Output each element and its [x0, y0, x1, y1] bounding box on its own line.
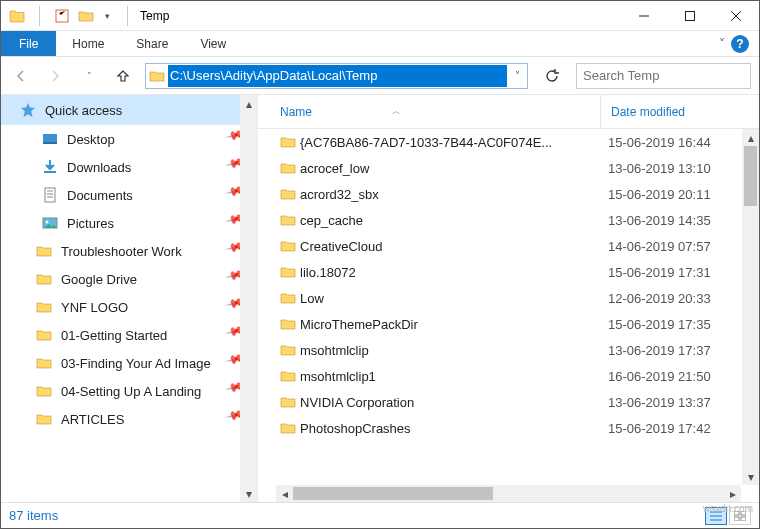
new-folder-icon[interactable] [78, 8, 94, 24]
sidebar-item-label: Troubleshooter Work [61, 244, 218, 259]
search-input[interactable] [577, 68, 757, 83]
sidebar-item[interactable]: Troubleshooter Work📌 [1, 237, 257, 265]
sidebar-item[interactable]: Google Drive📌 [1, 265, 257, 293]
column-headers: Name ︿ Date modified [258, 95, 759, 129]
folder-icon [280, 368, 300, 384]
file-name: CreativeCloud [300, 239, 600, 254]
download-icon [41, 158, 59, 176]
sidebar-item-label: ARTICLES [61, 412, 218, 427]
scroll-left-icon[interactable]: ◂ [276, 485, 293, 502]
ribbon-expand-icon[interactable]: ˅ [719, 37, 725, 51]
column-date[interactable]: Date modified [600, 95, 685, 128]
file-row[interactable]: lilo.1807215-06-2019 17:31 [258, 259, 759, 285]
file-row[interactable]: {AC76BA86-7AD7-1033-7B44-AC0F074E...15-0… [258, 129, 759, 155]
sidebar-item-label: Documents [67, 188, 218, 203]
tab-share[interactable]: Share [120, 31, 184, 56]
maximize-button[interactable] [667, 1, 713, 31]
address-bar[interactable]: ˅ [145, 63, 528, 89]
folder-icon [280, 212, 300, 228]
sidebar-item-label: Desktop [67, 132, 218, 147]
pictures-icon [41, 214, 59, 232]
address-input[interactable] [168, 65, 507, 87]
folder-icon [9, 8, 25, 24]
file-name: NVIDIA Corporation [300, 395, 600, 410]
sidebar-item-label: Google Drive [61, 272, 218, 287]
file-name: msohtmlclip1 [300, 369, 600, 384]
folder-icon [35, 326, 53, 344]
folder-icon [280, 160, 300, 176]
file-row[interactable]: PhotoshopCrashes15-06-2019 17:42 [258, 415, 759, 441]
horizontal-scrollbar[interactable]: ◂ ▸ [276, 485, 741, 502]
file-date: 13-06-2019 17:37 [600, 343, 711, 358]
scrollbar-thumb[interactable] [293, 487, 493, 500]
file-name: cep_cache [300, 213, 600, 228]
svg-point-13 [46, 221, 49, 224]
search-box[interactable] [576, 63, 751, 89]
file-row[interactable]: msohtmlclip116-06-2019 21:50 [258, 363, 759, 389]
scroll-down-icon[interactable]: ▾ [742, 468, 759, 485]
file-date: 13-06-2019 14:35 [600, 213, 711, 228]
sidebar-item[interactable]: 03-Finding Your Ad Image📌 [1, 349, 257, 377]
up-button[interactable] [111, 64, 135, 88]
file-row[interactable]: CreativeCloud14-06-2019 07:57 [258, 233, 759, 259]
folder-icon [280, 420, 300, 436]
file-date: 15-06-2019 17:31 [600, 265, 711, 280]
desktop-icon [41, 130, 59, 148]
file-date: 13-06-2019 13:10 [600, 161, 711, 176]
file-row[interactable]: Low12-06-2019 20:33 [258, 285, 759, 311]
file-row[interactable]: acrord32_sbx15-06-2019 20:11 [258, 181, 759, 207]
tab-view[interactable]: View [184, 31, 242, 56]
help-icon[interactable]: ? [731, 35, 749, 53]
sidebar-item-label: Pictures [67, 216, 218, 231]
window-title: Temp [134, 9, 169, 23]
sidebar-item[interactable]: Desktop📌 [1, 125, 257, 153]
address-dropdown-icon[interactable]: ˅ [507, 70, 527, 81]
sidebar-quick-access[interactable]: Quick access [1, 95, 257, 125]
folder-icon [35, 410, 53, 428]
sidebar-item[interactable]: 04-Setting Up A Landing📌 [1, 377, 257, 405]
file-name: acrocef_low [300, 161, 600, 176]
close-button[interactable] [713, 1, 759, 31]
refresh-button[interactable] [538, 63, 566, 89]
sidebar-item[interactable]: Documents📌 [1, 181, 257, 209]
titlebar: ▾ Temp [1, 1, 759, 31]
file-date: 14-06-2019 07:57 [600, 239, 711, 254]
file-date: 13-06-2019 13:37 [600, 395, 711, 410]
file-row[interactable]: acrocef_low13-06-2019 13:10 [258, 155, 759, 181]
sidebar-item[interactable]: ARTICLES📌 [1, 405, 257, 433]
column-name[interactable]: Name ︿ [280, 105, 600, 119]
scrollbar-thumb[interactable] [744, 146, 757, 206]
column-name-label: Name [280, 105, 312, 119]
file-row[interactable]: msohtmlclip13-06-2019 17:37 [258, 337, 759, 363]
scroll-down-icon[interactable]: ▾ [240, 485, 257, 502]
minimize-button[interactable] [621, 1, 667, 31]
scroll-up-icon[interactable]: ▴ [240, 95, 257, 112]
vertical-scrollbar[interactable]: ▴ ▾ [742, 129, 759, 485]
star-icon [19, 101, 37, 119]
scroll-up-icon[interactable]: ▴ [742, 129, 759, 146]
svg-rect-7 [44, 171, 56, 173]
file-row[interactable]: cep_cache13-06-2019 14:35 [258, 207, 759, 233]
back-button[interactable] [9, 64, 33, 88]
sidebar-item[interactable]: Downloads📌 [1, 153, 257, 181]
properties-icon[interactable] [54, 8, 70, 24]
file-list: Name ︿ Date modified {AC76BA86-7AD7-1033… [258, 95, 759, 502]
scroll-right-icon[interactable]: ▸ [724, 485, 741, 502]
sidebar-item[interactable]: 01-Getting Started📌 [1, 321, 257, 349]
folder-icon [35, 382, 53, 400]
file-tab[interactable]: File [1, 31, 56, 56]
item-count: 87 items [9, 508, 58, 523]
file-row[interactable]: MicroThemePackDir15-06-2019 17:35 [258, 311, 759, 337]
recent-dropdown-icon[interactable]: ˅ [77, 64, 101, 88]
folder-icon [280, 316, 300, 332]
sidebar-scrollbar[interactable]: ▴ ▾ [240, 95, 257, 502]
sidebar-item-label: YNF LOGO [61, 300, 218, 315]
file-row[interactable]: NVIDIA Corporation13-06-2019 13:37 [258, 389, 759, 415]
forward-button[interactable] [43, 64, 67, 88]
qat-dropdown-icon[interactable]: ▾ [102, 11, 113, 21]
sidebar-item[interactable]: Pictures📌 [1, 209, 257, 237]
tab-home[interactable]: Home [56, 31, 120, 56]
sidebar-item[interactable]: YNF LOGO📌 [1, 293, 257, 321]
svg-rect-6 [43, 142, 57, 144]
ribbon: File Home Share View ˅ ? [1, 31, 759, 57]
